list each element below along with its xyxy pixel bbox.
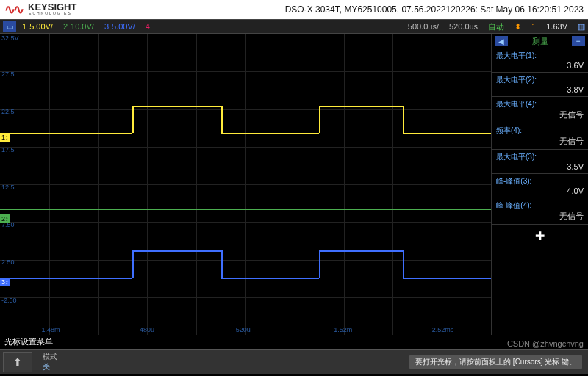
trigger-edge-icon[interactable]: ⬍ — [514, 22, 521, 32]
mode-selector[interactable]: 模式 关 — [35, 350, 65, 374]
measurement-item[interactable]: 最大电平(3):3.5V — [492, 150, 588, 174]
ch2-trace — [0, 209, 491, 210]
measurement-value: 3.6V — [496, 61, 584, 70]
title-bar: ∿∿ KEYSIGHT TECHNOLOGIES DSO-X 3034T, MY… — [0, 0, 588, 19]
logo-wave-icon: ∿∿ — [4, 1, 22, 18]
time-div[interactable]: 500.0us/ — [408, 22, 439, 31]
measurement-label: 最大电平(3): — [496, 152, 584, 162]
y-tick: -2.50 — [1, 297, 17, 304]
measurement-value: 3.5V — [496, 162, 584, 171]
brand-sub: TECHNOLOGIES — [25, 11, 76, 15]
channel-4[interactable]: 4 — [143, 22, 160, 31]
y-tick: 32.5V — [1, 35, 19, 42]
ch1-trace — [0, 133, 132, 134]
measurement-value: 无信号 — [496, 211, 584, 222]
channel-1[interactable]: 15.00V/ — [19, 22, 60, 31]
measurement-item[interactable]: 最大电平(2):3.8V — [492, 73, 588, 97]
y-tick: 22.5 — [1, 108, 15, 115]
measurement-panel: ◀ 测量 ≡ 最大电平(1):3.6V最大电平(2):3.8V最大电平(4):无… — [491, 34, 588, 335]
y-tick: 27.5 — [1, 70, 15, 78]
measurement-label: 频率(4): — [496, 126, 584, 136]
measurement-item[interactable]: 最大电平(1):3.6V — [492, 48, 588, 73]
measurement-item[interactable]: 峰-峰值(4):无信号 — [492, 198, 588, 225]
measurement-value: 3.8V — [496, 85, 584, 94]
time-pos[interactable]: 520.0us — [449, 22, 478, 31]
brand-logo: ∿∿ KEYSIGHT TECHNOLOGIES — [4, 1, 76, 18]
graph-icon[interactable]: ▥ — [578, 22, 585, 32]
measurement-label: 最大电平(2): — [496, 75, 584, 85]
timebase: 500.0us/ 520.0us 自动 ⬍ 1 1.63V ▥ — [408, 21, 588, 32]
panel-left-icon[interactable]: ◀ — [495, 36, 508, 46]
mode-label: 模式 — [43, 352, 57, 362]
cursor-menu-title: 光标设置菜单 — [0, 335, 588, 349]
y-tick: 2.50 — [1, 258, 15, 266]
measurement-value: 无信号 — [496, 109, 584, 120]
measurement-label: 最大电平(4): — [496, 99, 584, 109]
panel-title: 测量 — [532, 36, 548, 47]
y-tick: 12.5 — [1, 184, 15, 191]
measurement-label: 峰-峰值(4): — [496, 200, 584, 211]
device-info: DSO-X 3034T, MY62510005, 07.56.202212022… — [285, 4, 584, 15]
measurement-label: 最大电平(1): — [496, 51, 584, 61]
channel-3[interactable]: 35.00V/ — [101, 22, 143, 31]
measurement-item[interactable]: 峰-峰值(3):4.0V — [492, 174, 588, 198]
measurement-item[interactable]: 最大电平(4):无信号 — [492, 97, 588, 123]
add-measurement[interactable]: ✚ — [492, 225, 588, 247]
mode-value: 关 — [43, 362, 57, 372]
brand-name: KEYSIGHT — [28, 4, 76, 11]
measurement-value: 4.0V — [496, 187, 584, 195]
x-tick: 520u — [236, 326, 251, 333]
watermark: CSDN @zhvngchvng — [507, 339, 584, 348]
x-tick: 2.52ms — [432, 326, 454, 333]
waveform-grid[interactable]: 32.5V 27.5 22.5 17.5 12.5 7.50 2.50 -2.5… — [0, 34, 491, 335]
trigger-level[interactable]: 1.63V — [546, 22, 567, 31]
measurement-label: 峰-峰值(3): — [496, 176, 584, 187]
ch2-ground-icon: 2↕ — [0, 214, 10, 223]
bottom-bar: ⬆ 模式 关 要打开光标，请按前面板上的 [Cursors] 光标 键。 — [0, 349, 588, 374]
measurement-value: 无信号 — [496, 136, 584, 147]
acq-mode[interactable]: 自动 — [488, 21, 504, 32]
main-area: 32.5V 27.5 22.5 17.5 12.5 7.50 2.50 -2.5… — [0, 34, 588, 335]
measurement-item[interactable]: 频率(4):无信号 — [492, 123, 588, 150]
x-tick: -480u — [137, 326, 154, 333]
x-tick: -1.48m — [39, 326, 60, 333]
channel-bar: ▭ 15.00V/ 210.0V/ 35.00V/ 4 500.0us/ 520… — [0, 19, 588, 34]
y-tick: 17.5 — [1, 146, 15, 153]
ch3-trace — [0, 278, 132, 279]
menu-icon[interactable]: ▭ — [3, 21, 16, 32]
panel-menu-icon[interactable]: ≡ — [572, 36, 585, 46]
trigger-channel[interactable]: 1 — [531, 22, 536, 31]
cursor-hint: 要打开光标，请按前面板上的 [Cursors] 光标 键。 — [409, 355, 582, 369]
channel-2[interactable]: 210.0V/ — [60, 22, 101, 31]
back-button[interactable]: ⬆ — [3, 352, 32, 372]
x-tick: 1.52m — [334, 326, 352, 333]
